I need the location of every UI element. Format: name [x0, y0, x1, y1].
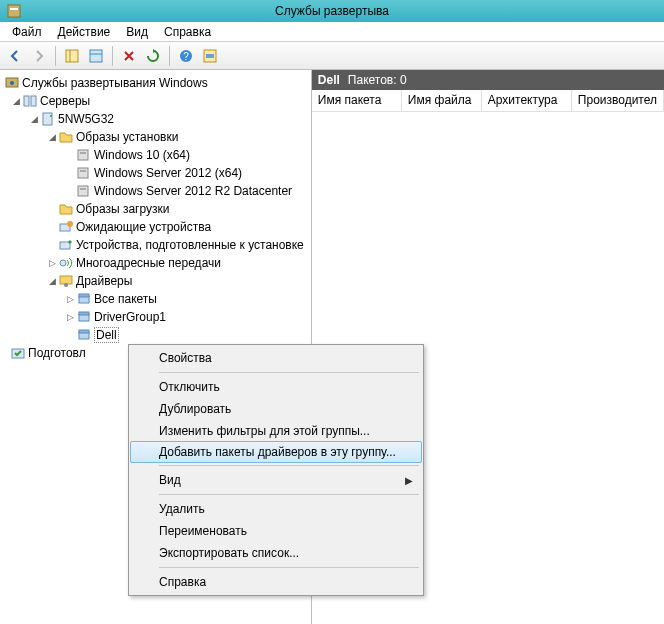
- tree-label: Устройства, подготовленные к установке: [76, 238, 304, 252]
- tree-drivergroup1[interactable]: ▷ DriverGroup1: [0, 308, 311, 326]
- svg-point-25: [60, 260, 66, 266]
- tree-prepared-devices[interactable]: Устройства, подготовленные к установке: [0, 236, 311, 254]
- status-group-name: Dell: [318, 73, 340, 87]
- tree-label: Dell: [94, 327, 119, 343]
- tree-image-ws2012[interactable]: Windows Server 2012 (x64): [0, 164, 311, 182]
- svg-point-23: [67, 221, 73, 227]
- tree-label: Образы загрузки: [76, 202, 169, 216]
- toolbar-separator: [112, 46, 113, 66]
- status-header: Dell Пакетов: 0: [312, 70, 664, 90]
- ctx-disable[interactable]: Отключить: [131, 376, 421, 398]
- tree-image-ws2012r2[interactable]: Windows Server 2012 R2 Datacenter: [0, 182, 311, 200]
- status-count: Пакетов: 0: [348, 73, 407, 87]
- tree-label: DriverGroup1: [94, 310, 166, 324]
- ctx-separator: [159, 372, 419, 373]
- prepared-icon: [10, 345, 26, 361]
- svg-rect-13: [31, 96, 36, 106]
- tree-label: Windows Server 2012 R2 Datacenter: [94, 184, 292, 198]
- ctx-properties[interactable]: Свойства: [131, 347, 421, 369]
- tree-root[interactable]: Службы развертывания Windows: [0, 74, 311, 92]
- toolbar: ?: [0, 42, 664, 70]
- toolbar-separator: [55, 46, 56, 66]
- window-title: Службы развертыва: [275, 4, 389, 18]
- image-icon: [76, 165, 92, 181]
- show-hide-tree-button[interactable]: [61, 45, 83, 67]
- svg-rect-4: [90, 50, 102, 62]
- svg-rect-19: [80, 170, 86, 172]
- column-architecture[interactable]: Архитектура: [482, 90, 572, 111]
- menu-action[interactable]: Действие: [50, 23, 119, 41]
- tree-label: Windows 10 (x64): [94, 148, 190, 162]
- tree-all-packages[interactable]: ▷ Все пакеты: [0, 290, 311, 308]
- forward-button[interactable]: [28, 45, 50, 67]
- delete-button[interactable]: [118, 45, 140, 67]
- ctx-view-label: Вид: [159, 473, 181, 487]
- ctx-delete[interactable]: Удалить: [131, 498, 421, 520]
- options-button[interactable]: [199, 45, 221, 67]
- tree-label: Windows Server 2012 (x64): [94, 166, 242, 180]
- svg-rect-31: [79, 312, 89, 315]
- title-bar: Службы развертыва: [0, 0, 664, 22]
- submenu-arrow-icon: ▶: [405, 475, 413, 486]
- ctx-view[interactable]: Вид ▶: [131, 469, 421, 491]
- svg-rect-14: [43, 113, 52, 125]
- tree-label: Подготовл: [28, 346, 86, 360]
- menu-bar: Файл Действие Вид Справка: [0, 22, 664, 42]
- menu-file[interactable]: Файл: [4, 23, 50, 41]
- tree-install-images[interactable]: ◢ Образы установки: [0, 128, 311, 146]
- svg-rect-24: [60, 242, 70, 249]
- ctx-rename[interactable]: Переименовать: [131, 520, 421, 542]
- package-group-icon: [76, 309, 92, 325]
- ctx-duplicate[interactable]: Дублировать: [131, 398, 421, 420]
- tree-label: Ожидающие устройства: [76, 220, 211, 234]
- svg-rect-2: [66, 50, 78, 62]
- app-icon: [6, 3, 22, 19]
- ctx-help[interactable]: Справка: [131, 571, 421, 593]
- tree-label: Службы развертывания Windows: [22, 76, 208, 90]
- svg-point-11: [10, 81, 14, 85]
- menu-view[interactable]: Вид: [118, 23, 156, 41]
- svg-rect-12: [24, 96, 29, 106]
- collapse-icon[interactable]: ◢: [46, 275, 58, 287]
- pending-devices-icon: [58, 219, 74, 235]
- server-icon: [40, 111, 56, 127]
- svg-rect-17: [80, 152, 86, 154]
- menu-help[interactable]: Справка: [156, 23, 219, 41]
- toolbar-separator: [169, 46, 170, 66]
- tree-boot-images[interactable]: Образы загрузки: [0, 200, 311, 218]
- ctx-modify-filters[interactable]: Изменить фильтры для этой группы...: [131, 420, 421, 442]
- tree-drivers[interactable]: ◢ Драйверы: [0, 272, 311, 290]
- ctx-export-list[interactable]: Экспортировать список...: [131, 542, 421, 564]
- svg-rect-1: [10, 8, 18, 10]
- tree-dell[interactable]: Dell: [0, 326, 311, 344]
- tree-image-win10[interactable]: Windows 10 (x64): [0, 146, 311, 164]
- collapse-icon[interactable]: ◢: [28, 113, 40, 125]
- folder-icon: [58, 129, 74, 145]
- ctx-separator: [159, 465, 419, 466]
- help-button[interactable]: ?: [175, 45, 197, 67]
- column-manufacturer[interactable]: Производител: [572, 90, 664, 111]
- svg-rect-16: [78, 150, 88, 160]
- tree-server[interactable]: ◢ 5NW5G32: [0, 110, 311, 128]
- tree-multicast[interactable]: ▷ Многоадресные передачи: [0, 254, 311, 272]
- tree-label: Многоадресные передачи: [76, 256, 221, 270]
- refresh-button[interactable]: [142, 45, 164, 67]
- expand-icon[interactable]: ▷: [64, 293, 76, 305]
- expand-icon[interactable]: ▷: [46, 257, 58, 269]
- svg-rect-26: [60, 276, 72, 284]
- expand-icon[interactable]: ▷: [64, 311, 76, 323]
- back-button[interactable]: [4, 45, 26, 67]
- column-file-name[interactable]: Имя файла: [402, 90, 482, 111]
- collapse-icon[interactable]: ◢: [10, 95, 22, 107]
- drivers-icon: [58, 273, 74, 289]
- column-package-name[interactable]: Имя пакета: [312, 90, 402, 111]
- package-group-icon: [76, 327, 92, 343]
- svg-rect-33: [79, 330, 89, 333]
- ctx-add-packages[interactable]: Добавить пакеты драйверов в эту группу..…: [130, 441, 422, 463]
- tree-pending-devices[interactable]: Ожидающие устройства: [0, 218, 311, 236]
- properties-button[interactable]: [85, 45, 107, 67]
- tree-servers[interactable]: ◢ Серверы: [0, 92, 311, 110]
- svg-rect-29: [79, 294, 89, 297]
- collapse-icon[interactable]: ◢: [46, 131, 58, 143]
- svg-text:?: ?: [183, 51, 189, 62]
